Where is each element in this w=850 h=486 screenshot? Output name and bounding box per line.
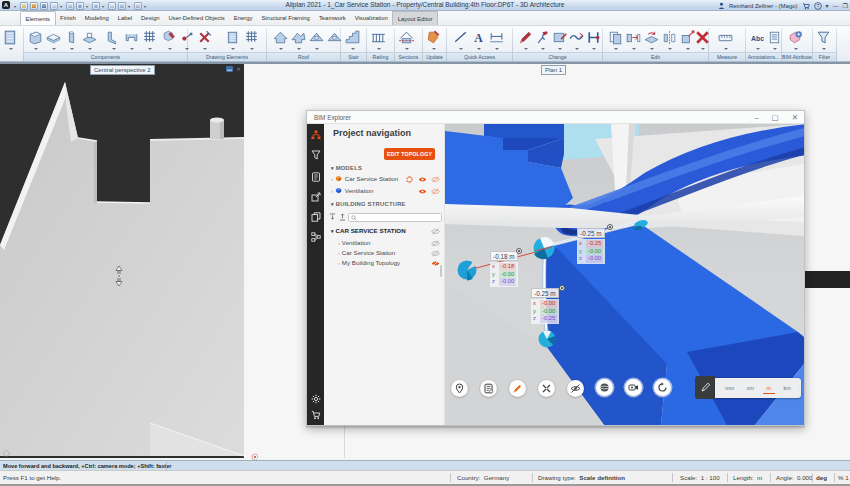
render-sphere-button[interactable] [596,379,613,396]
point-tool-icon[interactable] [178,29,195,46]
status-country[interactable]: Country: Germany [457,471,509,484]
bim-close-icon[interactable]: ✕ [792,111,798,124]
structure-search-input[interactable] [348,213,442,222]
edit-image-icon[interactable] [551,29,568,46]
recess-tool-icon[interactable] [123,29,140,46]
delete-elements-icon[interactable] [694,29,711,46]
copy-elements-icon[interactable] [607,29,624,46]
tab-energy[interactable]: Energy [229,11,257,25]
bim-attributes-icon[interactable] [787,29,804,46]
expand-chevron-icon[interactable]: › [338,250,340,256]
paint-tool-icon[interactable] [161,29,178,46]
status-angle-unit[interactable]: deg [816,471,827,484]
components-dropdown-icon[interactable] [2,29,19,46]
cart-sidebar-icon[interactable] [311,410,321,420]
mirror-elements-icon[interactable] [661,29,678,46]
sync-model-icon[interactable] [405,176,414,183]
measurement-anchor-dot[interactable] [607,224,613,230]
status-angle[interactable]: Angle: 0.000 [776,471,812,484]
left-viewport-title[interactable]: Central perspective 2 [90,65,155,75]
hide-elements-button[interactable] [567,380,584,397]
beam-tool-icon[interactable] [105,29,122,46]
collapse-all-icon[interactable] [339,213,346,221]
dialog-line-bar[interactable]: Move forward and backward, +Ctrl: camera… [0,460,850,470]
shop-cart-icon[interactable] [802,2,810,10]
bim-minimize-icon[interactable]: – [754,111,758,124]
roof-covering-icon[interactable] [308,29,325,46]
structure-row-my-building-topology[interactable]: ›My Building Topology [331,258,440,268]
help-icon[interactable]: ? [814,2,822,10]
expand-chevron-icon[interactable]: › [331,176,333,182]
tab-label[interactable]: Label [113,11,136,25]
models-section-header[interactable]: ▾MODELS [331,165,362,171]
settings-gear-icon[interactable] [311,394,321,404]
railing-tool-icon[interactable] [370,29,387,46]
reset-view-button[interactable] [654,379,671,396]
tab-modeling[interactable]: Modeling [80,11,113,25]
visible-eye-icon[interactable] [418,176,427,183]
hidden-eye-icon[interactable] [431,228,440,235]
edit-topology-button[interactable]: EDIT TOPOLOGY [384,148,435,160]
move-elements-icon[interactable] [625,29,642,46]
structure-sidebar-icon[interactable] [311,232,321,242]
viewport-splitter[interactable] [344,426,345,458]
restore-window-icon[interactable]: ❐ [843,2,848,9]
measurement-anchor-dot[interactable] [559,285,565,291]
scale-pencil-toggle[interactable] [695,376,715,399]
status-length[interactable]: Length: m [733,471,762,484]
height-edit-icon[interactable] [585,29,602,46]
tab-elements[interactable]: Elements [20,11,56,25]
rotate-elements-icon[interactable] [643,29,660,46]
viewport-close-icon[interactable]: ✕ [235,66,242,72]
project-navigation-icon[interactable] [311,130,321,140]
annotation-abc-icon[interactable] [749,29,766,46]
structure-root-row[interactable]: ▾CAR SERVICE STATION [331,226,440,236]
minimize-window-icon[interactable]: — [833,3,839,9]
framework-tool-icon[interactable] [141,29,158,46]
visible-eye-icon[interactable] [418,188,427,195]
dimension-tool-icon[interactable] [488,29,505,46]
match-properties-icon[interactable] [534,29,551,46]
unit-km[interactable]: km [784,385,791,391]
annotation-legend-icon[interactable] [766,29,783,46]
roof-frame-icon[interactable] [290,29,307,46]
panel-scrollbar[interactable] [440,265,442,277]
modify-pencil-icon[interactable] [517,29,534,46]
column-tool-icon[interactable] [63,29,80,46]
drawing-element-grid-icon[interactable] [243,29,260,46]
building-structure-section-header[interactable]: ▾BUILDING STRUCTURE [331,201,406,207]
signed-in-user[interactable]: Reinhard Zellner - (Mago) [729,3,798,9]
collapsed-palette-tab[interactable] [805,271,850,288]
status-drawing-type[interactable]: Drawing type: Scale definition [538,471,625,484]
delete-component-icon[interactable] [196,29,213,46]
filter-sidebar-icon[interactable] [311,150,321,160]
bim-maximize-icon[interactable]: ▢ [772,111,779,124]
right-viewport-title[interactable]: Plan 1 [541,65,566,75]
wall-tool-icon[interactable] [27,29,44,46]
structure-row-car-service-station[interactable]: ›Car Service Station [331,248,440,258]
hidden-eye-icon[interactable] [431,250,440,257]
tab-visualization[interactable]: Visualization [350,11,392,25]
filter-tool-icon[interactable] [815,29,832,46]
unit-mm[interactable]: mm [725,385,734,391]
bim-3d-view[interactable]: -0.25 m x-0.25 y-0.00 z-0.00 -0.18 m x-0… [445,124,804,425]
report-button[interactable] [480,380,497,397]
expand-all-icon[interactable] [329,213,336,221]
spline-edit-icon[interactable] [568,29,585,46]
active-hidden-eye-icon[interactable] [431,260,440,267]
viewport-minimize-icon[interactable]: ▬ [226,66,233,72]
report-sidebar-icon[interactable] [311,172,321,182]
expand-chevron-icon[interactable]: › [338,260,340,266]
camera-button[interactable] [625,379,642,396]
placemark-button[interactable] [451,380,468,397]
drawing-element-icon[interactable] [224,29,241,46]
help-dropdown-icon[interactable]: ▾ [826,2,829,9]
line-tool-icon[interactable] [452,29,469,46]
viewport-central-perspective[interactable]: Central perspective 2 ▬ ✕ [0,64,244,458]
roof-tool-icon[interactable] [272,29,289,46]
stair-tool-icon[interactable] [344,29,361,46]
status-scale[interactable]: Scale: 1 : 100 [680,471,720,484]
text-tool-icon[interactable] [470,29,487,46]
measure-tool-icon[interactable] [717,29,734,46]
export-sidebar-icon[interactable] [311,192,321,202]
